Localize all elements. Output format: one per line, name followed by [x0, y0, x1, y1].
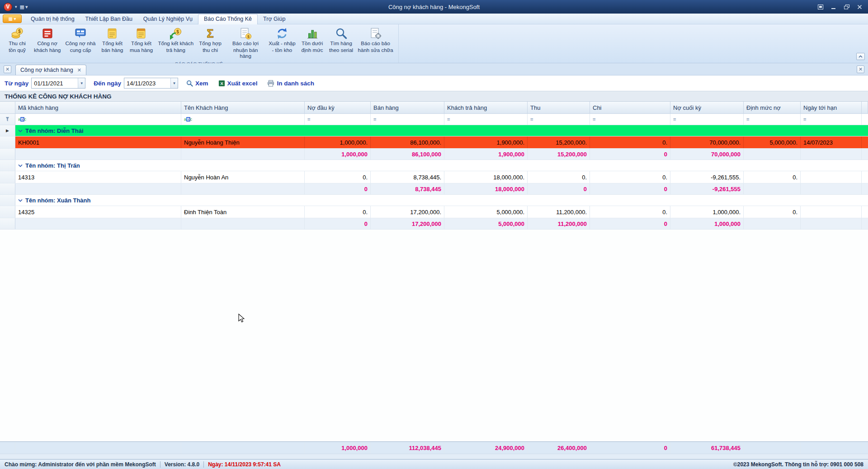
- customer-name-cell[interactable]: Nguyễn Hoàng Thiện: [181, 136, 305, 148]
- column-header-10[interactable]: Ngày tới hạn: [801, 102, 862, 113]
- filter-cell-5[interactable]: =: [444, 114, 528, 125]
- value-cell[interactable]: 18,000,000.: [444, 171, 528, 183]
- filter-cell-1[interactable]: aBc: [15, 114, 181, 125]
- close-button[interactable]: [857, 4, 863, 10]
- due-date-cell[interactable]: 14/07/2023: [801, 136, 862, 148]
- app-logo[interactable]: V: [4, 3, 12, 11]
- value-cell[interactable]: 17,200,000.: [371, 206, 444, 218]
- ribbon-button-thu-chi-ton-quy[interactable]: $Thu chitồn quỹ: [3, 25, 32, 54]
- table-row[interactable]: 14325Đinh Thiện Toàn0.17,200,000.5,000,0…: [0, 206, 868, 218]
- from-date-value[interactable]: 01/11/2021: [32, 78, 78, 88]
- group-name-cell[interactable]: Tên nhóm: Thị Trấn: [15, 160, 868, 171]
- value-cell[interactable]: 0.: [744, 206, 801, 218]
- table-row[interactable]: 14313Nguyễn Hoàn An0.8,738,445.18,000,00…: [0, 171, 868, 183]
- customer-name-cell[interactable]: Đinh Thiện Toàn: [181, 206, 305, 218]
- filter-cell-6[interactable]: =: [528, 114, 590, 125]
- document-tab-cong-no-khach-hang[interactable]: Công nợ khách hàng ✕: [15, 65, 86, 75]
- ribbon-button-tim-hang-theo-serial[interactable]: Tìm hàngtheo serial: [327, 25, 356, 54]
- ribbon-button-bao-cao-bao-hanh-sua-chua[interactable]: Báo cáo bảohành sửa chữa: [356, 25, 396, 54]
- close-document-button-right[interactable]: ✕: [857, 66, 864, 73]
- column-header-6[interactable]: Thu: [528, 102, 590, 113]
- value-cell[interactable]: 1,000,000.: [305, 136, 371, 148]
- value-cell[interactable]: -9,261,555.: [670, 171, 744, 183]
- column-header-4[interactable]: Bán hàng: [371, 102, 444, 113]
- value-cell[interactable]: 0.: [590, 206, 670, 218]
- filter-cell-10[interactable]: =: [801, 114, 862, 125]
- table-row[interactable]: KH0001Nguyễn Hoàng Thiện1,000,000.86,100…: [0, 136, 868, 149]
- column-header-7[interactable]: Chi: [590, 102, 670, 113]
- column-header-8[interactable]: Nợ cuối kỳ: [670, 102, 744, 113]
- value-cell[interactable]: 0.: [305, 206, 371, 218]
- ribbon-button-xuat-nhap-ton-kho[interactable]: Xuất - nhập- tồn kho: [266, 25, 297, 54]
- value-cell[interactable]: 11,200,000.: [528, 206, 590, 218]
- due-date-cell[interactable]: [801, 206, 862, 218]
- minimize-button[interactable]: [830, 4, 836, 10]
- column-header-1[interactable]: Mã khách hàng: [15, 102, 181, 113]
- quick-access-toolbar-icon[interactable]: ▦▾: [20, 4, 29, 10]
- ribbon-button-ton-duoi-dinh-muc[interactable]: Tồn dướiđịnh mức: [298, 25, 327, 54]
- value-cell[interactable]: 0.: [590, 136, 670, 148]
- from-date-dropdown-icon[interactable]: ▼: [78, 78, 85, 88]
- to-date-input[interactable]: 14/11/2023 ▼: [124, 78, 178, 89]
- group-name-cell[interactable]: Tên nhóm: Xuân Thành: [15, 195, 868, 206]
- ribbon-button-tong-hop-thu-chi[interactable]: ΣTổng hợpthu chi: [196, 25, 225, 54]
- value-cell[interactable]: 1,000,000.: [670, 206, 744, 218]
- filter-cell-3[interactable]: =: [305, 114, 371, 125]
- filter-cell-7[interactable]: =: [590, 114, 670, 125]
- column-header-9[interactable]: Định mức nợ: [744, 102, 801, 113]
- print-list-button[interactable]: In danh sách: [267, 80, 314, 87]
- filter-cell-8[interactable]: =: [670, 114, 744, 125]
- value-cell[interactable]: 0.: [528, 171, 590, 183]
- customer-name-cell[interactable]: Nguyễn Hoàn An: [181, 171, 305, 183]
- ribbon-button-tong-ket-mua-hang[interactable]: Tổng kếtmua hàng: [127, 25, 156, 54]
- fullscreen-button[interactable]: [817, 4, 823, 10]
- ribbon-tab-quan-ly-nghiep-vu[interactable]: Quản Lý Nghiệp Vụ: [138, 14, 198, 24]
- to-date-value[interactable]: 14/11/2023: [124, 78, 170, 88]
- summary-value-cell: 0: [305, 183, 371, 194]
- customer-code-cell[interactable]: 14325: [15, 206, 181, 218]
- ribbon-button-cong-no-nha-cung-cap[interactable]: Công nợ nhàcung cấp: [63, 25, 98, 54]
- value-cell[interactable]: 0.: [590, 171, 670, 183]
- filter-cell-9[interactable]: =: [744, 114, 801, 125]
- ribbon-button-tong-ket-ban-hang[interactable]: Tổng kếtbán hàng: [98, 25, 127, 54]
- to-date-dropdown-icon[interactable]: ▼: [170, 78, 178, 88]
- collapse-ribbon-button[interactable]: [856, 53, 865, 60]
- filter-cell-2[interactable]: aBc: [181, 114, 305, 125]
- column-header-5[interactable]: Khách trả hàng: [444, 102, 528, 113]
- export-excel-button[interactable]: X Xuất excel: [218, 80, 258, 87]
- group-name-cell[interactable]: Tên nhóm: Diễn Thái: [15, 125, 868, 136]
- ribbon-tab-bao-cao-thong-ke[interactable]: Báo Cáo Thống Kê: [198, 14, 258, 24]
- ribbon-button-bao-cao-loi-nhuan-ban-hang[interactable]: $Báo cáo lợinhuận bán hàng: [225, 25, 266, 61]
- column-header-3[interactable]: Nợ đầu kỳ: [305, 102, 371, 113]
- view-button[interactable]: Xem: [186, 80, 208, 87]
- ribbon-tab-quan-tri-he-thong[interactable]: Quản trị hệ thống: [25, 14, 80, 24]
- filter-cell-4[interactable]: =: [371, 114, 444, 125]
- ribbon-button-label: thu chi: [203, 47, 218, 54]
- value-cell[interactable]: 5,000,000.: [744, 136, 801, 148]
- value-cell[interactable]: 15,200,000.: [528, 136, 590, 148]
- value-cell[interactable]: 0.: [744, 171, 801, 183]
- ribbon-tab-thiet-lap-ban-dau[interactable]: Thiết Lập Ban Đầu: [80, 14, 138, 24]
- due-date-cell[interactable]: [801, 171, 862, 183]
- value-cell[interactable]: 8,738,445.: [371, 171, 444, 183]
- application-menu-button[interactable]: ▦ ▾: [3, 14, 22, 23]
- value-cell[interactable]: 86,100,000.: [371, 136, 444, 148]
- customer-code-cell[interactable]: KH0001: [15, 136, 181, 148]
- group-summary-row: 08,738,44518,000,00000-9,261,555: [0, 183, 868, 195]
- chevron-down-icon[interactable]: ▾: [15, 5, 17, 9]
- ribbon-button-tong-ket-khach-tra-hang[interactable]: $Tổng kết kháchtrả hàng: [156, 25, 196, 54]
- from-date-input[interactable]: 01/11/2021 ▼: [31, 78, 85, 89]
- column-header-2[interactable]: Tên Khách Hàng: [181, 102, 305, 113]
- value-cell[interactable]: 5,000,000.: [444, 206, 528, 218]
- document-tab-close-icon[interactable]: ✕: [77, 67, 81, 73]
- horizontal-scrollbar[interactable]: [0, 454, 868, 459]
- value-cell[interactable]: 70,000,000.: [670, 136, 744, 148]
- ribbon-button-cong-no-khach-hang[interactable]: Công nợkhách hàng: [32, 25, 63, 54]
- customer-code-cell[interactable]: 14313: [15, 171, 181, 183]
- ribbon-button-label: nhuận bán hàng: [227, 47, 264, 60]
- maximize-button[interactable]: [844, 4, 849, 10]
- value-cell[interactable]: 0.: [305, 171, 371, 183]
- close-document-button-left[interactable]: ✕: [4, 66, 11, 73]
- value-cell[interactable]: 1,900,000.: [444, 136, 528, 148]
- ribbon-tab-tro-giup[interactable]: Trợ Giúp: [258, 14, 291, 24]
